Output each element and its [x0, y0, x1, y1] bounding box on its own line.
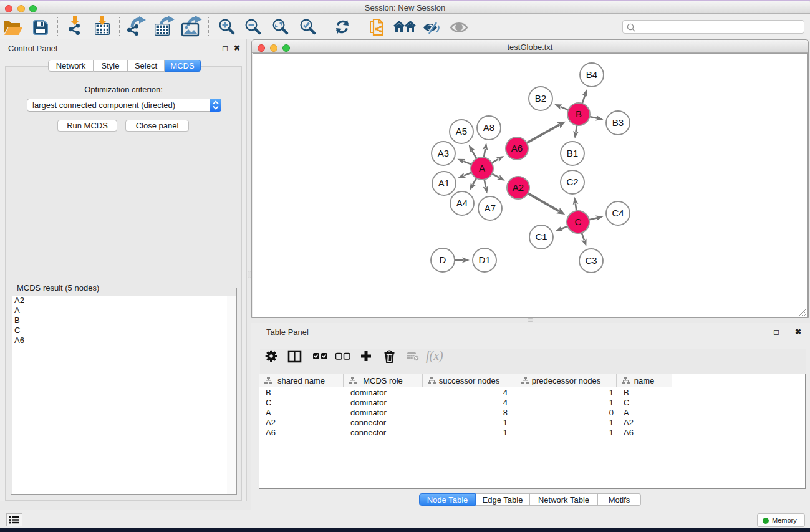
svg-text:A4: A4	[456, 198, 468, 208]
svg-text:B3: B3	[612, 117, 624, 128]
svg-text:A: A	[479, 163, 485, 173]
svg-text:B1: B1	[567, 148, 578, 158]
svg-text:f(x): f(x)	[426, 349, 443, 363]
svg-text:A1: A1	[438, 178, 450, 188]
svg-text:B2: B2	[535, 93, 546, 104]
svg-text:C1: C1	[535, 231, 547, 242]
svg-text:A6: A6	[511, 143, 523, 153]
svg-text:C4: C4	[612, 208, 624, 218]
svg-text:A2: A2	[513, 182, 524, 193]
svg-text:B4: B4	[586, 69, 597, 80]
svg-text:A7: A7	[485, 203, 496, 213]
svg-text:C2: C2	[566, 177, 578, 187]
svg-text:A5: A5	[456, 126, 467, 137]
svg-text:A8: A8	[483, 122, 494, 133]
svg-text:D1: D1	[478, 254, 490, 265]
svg-text:B: B	[576, 109, 582, 119]
svg-text:A3: A3	[438, 148, 449, 158]
svg-text:C: C	[575, 216, 582, 227]
svg-text:C3: C3	[585, 255, 597, 266]
svg-text:D: D	[440, 254, 446, 265]
